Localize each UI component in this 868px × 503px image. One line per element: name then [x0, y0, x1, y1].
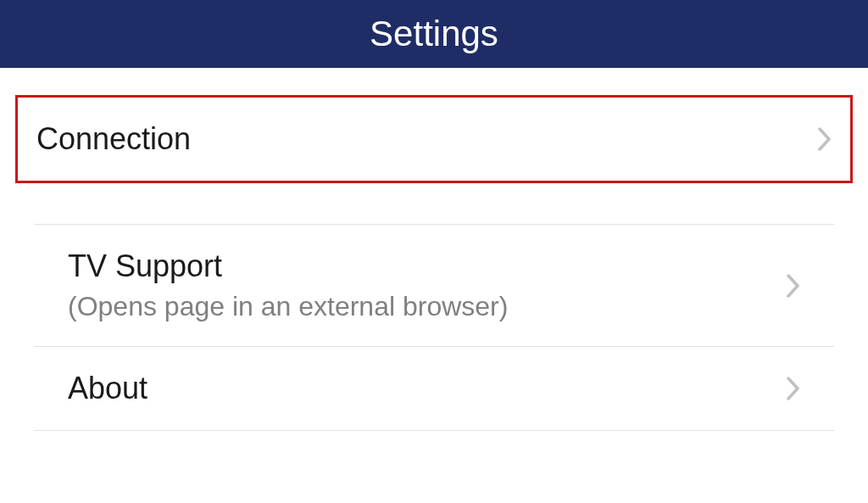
header: Settings	[0, 0, 868, 68]
divider	[34, 430, 834, 431]
list-item-text: Connection	[36, 121, 191, 157]
settings-item-connection[interactable]: Connection	[15, 95, 853, 183]
list-item-subtitle: (Opens page in an external browser)	[68, 291, 508, 322]
settings-item-about[interactable]: About	[34, 347, 834, 430]
list-item-text: TV Support (Opens page in an external br…	[68, 249, 508, 322]
spacer	[0, 183, 868, 224]
back-button[interactable]	[41, 17, 66, 51]
list-item-label: TV Support	[68, 249, 508, 284]
chevron-right-icon	[787, 274, 800, 298]
chevron-right-icon	[818, 127, 832, 151]
list-item-text: About	[68, 371, 147, 406]
settings-list: Connection TV Support (Opens page in an …	[0, 95, 868, 431]
chevron-right-icon	[787, 377, 800, 400]
page-title: Settings	[0, 14, 868, 54]
list-item-label: Connection	[36, 121, 191, 157]
list-item-label: About	[68, 371, 147, 406]
settings-item-tv-support[interactable]: TV Support (Opens page in an external br…	[34, 225, 834, 346]
